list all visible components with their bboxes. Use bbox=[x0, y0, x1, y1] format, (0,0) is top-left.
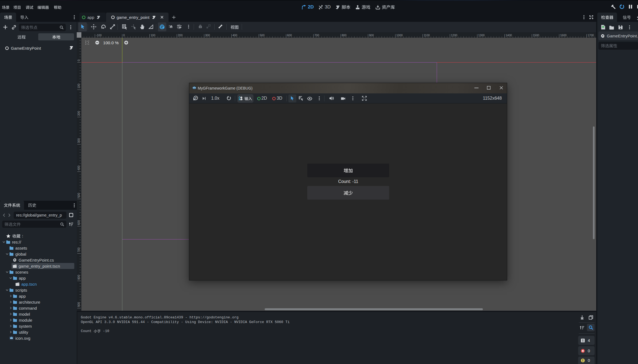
svg-text:1700: 1700 bbox=[587, 34, 594, 37]
svg-text:800: 800 bbox=[77, 275, 80, 280]
svg-text:400: 400 bbox=[232, 34, 237, 37]
svg-text:1400: 1400 bbox=[506, 34, 512, 37]
svg-text:800: 800 bbox=[342, 34, 347, 37]
svg-text:400: 400 bbox=[77, 165, 80, 170]
svg-text:700: 700 bbox=[314, 34, 319, 37]
svg-text:600: 600 bbox=[77, 220, 80, 225]
svg-text:P: P bbox=[195, 96, 197, 99]
svg-text:500: 500 bbox=[260, 34, 265, 37]
svg-text:300: 300 bbox=[205, 34, 210, 37]
svg-text:100: 100 bbox=[150, 34, 155, 37]
svg-text:200: 200 bbox=[77, 111, 80, 116]
svg-text:600: 600 bbox=[287, 34, 292, 37]
svg-text:0: 0 bbox=[77, 60, 80, 61]
svg-text:1100: 1100 bbox=[424, 34, 430, 37]
svg-text:1600: 1600 bbox=[560, 34, 567, 37]
svg-text:C#: C# bbox=[602, 36, 604, 38]
svg-text:1000: 1000 bbox=[396, 34, 403, 37]
svg-text:900: 900 bbox=[77, 302, 80, 307]
svg-text:0: 0 bbox=[123, 34, 125, 37]
svg-text:900: 900 bbox=[369, 34, 374, 37]
svg-text:1300: 1300 bbox=[478, 34, 485, 37]
svg-text:300: 300 bbox=[77, 138, 80, 143]
svg-text:C#: C# bbox=[13, 260, 16, 262]
svg-text:1500: 1500 bbox=[533, 34, 539, 37]
svg-text:-100: -100 bbox=[96, 34, 102, 37]
svg-text:200: 200 bbox=[178, 34, 183, 37]
svg-text:500: 500 bbox=[77, 193, 80, 198]
svg-text:700: 700 bbox=[77, 247, 80, 252]
svg-text:100: 100 bbox=[77, 84, 80, 88]
svg-text:1200: 1200 bbox=[451, 34, 457, 37]
